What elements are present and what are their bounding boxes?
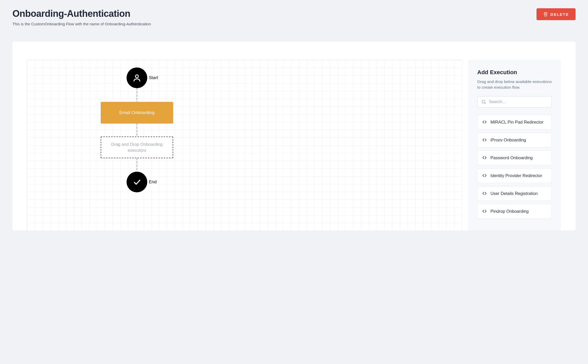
add-execution-panel: Add Execution Drag and drop below availa… (468, 60, 561, 230)
panel-title: Add Execution (477, 69, 552, 76)
code-icon (482, 173, 487, 178)
execution-item-label: Password Onboarding (490, 155, 533, 160)
execution-item[interactable]: User Details Registration (477, 186, 552, 201)
code-icon (482, 138, 487, 142)
end-node-label: End (149, 179, 157, 185)
execution-item[interactable]: Identity Provider Redirector (477, 168, 552, 183)
execution-item-label: MIRACL Pin Pad Redirector (490, 120, 543, 125)
delete-button-label: DELETE (550, 12, 569, 17)
execution-item-label: User Details Registration (490, 191, 538, 196)
connector-line (136, 158, 138, 172)
execution-item[interactable]: Pindrop Onboarding (477, 204, 552, 219)
execution-node-label: Email Onboarding (101, 102, 173, 124)
code-icon (482, 191, 487, 196)
delete-button[interactable]: DELETE (536, 8, 576, 20)
page-subtitle: This is the CustomOnboarding Flow with t… (12, 22, 151, 26)
code-icon (482, 209, 487, 214)
drop-target[interactable]: Drag and Drop Onboarding executors (101, 136, 173, 158)
main-card: Start Email Onboarding Drag and Drop Onb… (12, 42, 576, 230)
start-node-label: Start (149, 75, 158, 80)
execution-item[interactable]: iProov Onboarding (477, 133, 552, 147)
svg-line-5 (485, 103, 486, 104)
svg-point-4 (482, 100, 485, 103)
check-icon (133, 178, 141, 186)
search-box[interactable] (477, 96, 552, 108)
connector-line (136, 88, 138, 102)
search-icon (481, 99, 486, 104)
search-input[interactable] (489, 100, 548, 104)
execution-item-label: iProov Onboarding (490, 138, 526, 142)
execution-item-label: Pindrop Onboarding (490, 209, 529, 214)
trash-icon (543, 12, 548, 17)
execution-node[interactable]: Email Onboarding (101, 102, 173, 124)
execution-item[interactable]: MIRACL Pin Pad Redirector (477, 115, 552, 130)
page-header: Onboarding-Authentication This is the Cu… (12, 8, 576, 26)
page-title: Onboarding-Authentication (12, 8, 151, 19)
user-icon (133, 73, 141, 82)
svg-point-3 (135, 75, 138, 78)
connector-line (136, 124, 138, 136)
drop-target-label: Drag and Drop Onboarding executors (101, 136, 173, 158)
panel-description: Drag and drop below available executions… (477, 79, 552, 90)
start-node[interactable]: Start (127, 67, 147, 88)
code-icon (482, 155, 487, 160)
flow-canvas[interactable]: Start Email Onboarding Drag and Drop Onb… (27, 60, 462, 230)
code-icon (482, 120, 487, 124)
end-node[interactable]: End (127, 172, 147, 192)
execution-item[interactable]: Password Onboarding (477, 150, 552, 165)
execution-item-label: Identity Provider Redirector (490, 173, 542, 178)
